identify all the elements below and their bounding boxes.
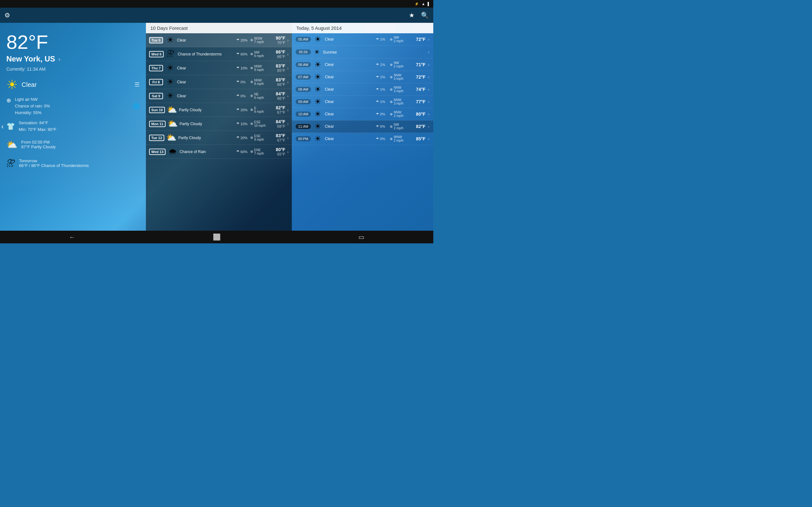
- hour-arrow: ›: [428, 37, 429, 42]
- forecast-temps: 83°F 65°F: [270, 63, 285, 73]
- sunrise-time-badge: 05:56: [296, 49, 311, 55]
- forecast-weather-icon: ☀: [165, 63, 175, 73]
- hour-rain-percent: 1%: [380, 100, 385, 104]
- forecast-day-item[interactable]: Wed 13 🌧 Chance of Rain ☂ 60% ⊕ ENE7 mp/…: [146, 145, 292, 159]
- hourly-item[interactable]: 00:PM ☀ Clear ☂ 0% ⊕ WNW2 mp/h 85°F ›: [292, 133, 433, 145]
- forecast-arrow: ›: [287, 66, 289, 71]
- wind-direction: ENE7 mp/h: [254, 148, 264, 155]
- tomorrow-forecast-text: Tomorrow 66°F / 86°F Chance of Thunderst…: [19, 158, 89, 168]
- forecast-panel-header: 10 Days Forecast: [146, 23, 292, 33]
- afternoon-forecast-line2: 87°F Partly Cloudy: [21, 145, 56, 149]
- hourly-item[interactable]: 11:AM ☀ Clear ☂ 0% ⊕ NW2 mp/h 82°F ›: [292, 120, 433, 133]
- umbrella-icon: ☂: [236, 66, 240, 70]
- condition-row: ☀ Clear ☰: [6, 77, 140, 92]
- hour-rain-percent: 0%: [380, 112, 385, 116]
- location-next-arrow[interactable]: ›: [58, 55, 61, 63]
- hour-arrow: ›: [428, 74, 429, 79]
- hour-arrow: ›: [428, 87, 429, 92]
- left-nav-arrow[interactable]: ‹: [1, 123, 3, 131]
- forecast-day-item[interactable]: Thu 7 ☀ Clear ☂ 10% ⊕ NNW9 mp/h 83°F 65°…: [146, 61, 292, 75]
- bluetooth-icon: ⚡: [415, 2, 419, 6]
- wind-compass-icon: ⊕: [250, 66, 253, 70]
- hour-arrow: ›: [428, 112, 429, 117]
- wind-direction: WSW7 mp/h: [254, 37, 264, 44]
- forecast-low: 66°F: [270, 96, 285, 101]
- forecast-day-item[interactable]: Sat 9 ☀ Clear ☂ 0% ⊕ NE6 mp/h 84°F 66°F …: [146, 89, 292, 103]
- forecast-rain: ☂ 20%: [236, 38, 248, 42]
- hour-wind: ⊕ NW2 mp/h: [390, 123, 409, 130]
- rain-percent: 10%: [241, 66, 247, 70]
- umbrella-icon: ☂: [236, 80, 240, 84]
- sunrise-arrow: ›: [428, 49, 429, 55]
- hour-weather-icon: ☀: [313, 134, 322, 143]
- favorites-button[interactable]: ★: [409, 11, 415, 19]
- home-button[interactable]: ⬜: [203, 232, 230, 242]
- wind-direction: NW6 mp/h: [254, 51, 264, 58]
- forecast-description: Chance of Rain: [180, 150, 235, 154]
- hour-temperature: 72°F: [411, 74, 425, 79]
- forecast-day-item[interactable]: Sun 10 ⛅ Partly Cloudy ☂ 20% ⊕ E8 mp/h 8…: [146, 103, 292, 117]
- forecast-description: Clear: [177, 80, 235, 84]
- forecast-high: 83°F: [270, 133, 285, 138]
- umbrella-icon: ☂: [236, 122, 240, 126]
- day-badge: Sun 10: [149, 107, 165, 113]
- forecast-day-item[interactable]: Tue 12 ⛅ Partly Cloudy ☂ 20% ⊕ ESE9 mp/h…: [146, 131, 292, 145]
- forecast-description: Clear: [177, 66, 235, 70]
- hourly-item[interactable]: 10:AM ☀ Clear ☂ 0% ⊕ NNW2 mp/h 80°F ›: [292, 108, 433, 120]
- forecast-arrow: ›: [287, 38, 289, 43]
- hour-umbrella-icon: ☂: [376, 63, 379, 67]
- sunrise-label: Sunrise: [323, 50, 337, 55]
- hour-wind: ⊕ NNW2 mp/h: [390, 111, 409, 118]
- forecast-description: Clear: [177, 38, 235, 43]
- forecast-rain: ☂ 10%: [236, 122, 248, 126]
- forecast-high: 80°F: [270, 147, 285, 152]
- compass-icon: ⊕: [6, 97, 11, 104]
- hourly-item[interactable]: 08:AM ☀ Clear ☂ 1% ⊕ NNW3 mp/h 74°F ›: [292, 83, 433, 96]
- hourly-item[interactable]: 06:AM ☀ Clear ☂ 1% ⊕ NW2 mp/h 71°F ›: [292, 59, 433, 71]
- forecast-description: Partly Cloudy: [179, 108, 235, 112]
- afternoon-forecast-text: From 02:00 PM 87°F Partly Cloudy: [21, 140, 56, 149]
- hour-badge: 07:AM: [296, 74, 311, 79]
- day-badge: Mon 11: [149, 121, 165, 127]
- hour-wind-info: WNW2 mp/h: [394, 135, 403, 142]
- right-panel: Today, 5 August 2014 05:AM ☀ Clear ☂ 1% …: [292, 23, 433, 231]
- forecast-arrow: ›: [287, 121, 289, 126]
- forecast-day-item[interactable]: Tue 5 ☀ Clear ☂ 20% ⊕ WSW7 mp/h 90°F 70°…: [146, 33, 292, 47]
- wind-compass-icon: ⊕: [250, 122, 253, 126]
- forecast-high: 83°F: [270, 63, 285, 68]
- globe-icon[interactable]: 🌐: [133, 103, 140, 110]
- search-button[interactable]: 🔍: [421, 11, 429, 19]
- wind-compass-icon: ⊕: [250, 108, 253, 112]
- wind-detail-row: ⊕ Light air NW Chance of rain: 0% Humidi…: [6, 96, 140, 116]
- hour-arrow: ›: [428, 136, 429, 141]
- forecast-day-item[interactable]: Mon 11 ⛅ Partly Cloudy ☂ 10% ⊕ ESE10 mp/…: [146, 117, 292, 131]
- forecast-day-item[interactable]: Wed 6 ⛈ Chance of Thunderstorms ☂ 60% ⊕ …: [146, 47, 292, 61]
- tomorrow-forecast-icon: ⛈: [6, 158, 15, 169]
- left-panel: 82°F New York, US › Currently: 11:34 AM …: [0, 23, 146, 231]
- action-bar-left: ⚙: [4, 11, 10, 19]
- forecast-day-item[interactable]: Fri 8 ☀ Clear ☂ 0% ⊕ NNW8 mp/h 83°F 66°F…: [146, 75, 292, 89]
- hourly-item[interactable]: 05:AM ☀ Clear ☂ 1% ⊕ NW2 mp/h 72°F ›: [292, 33, 433, 46]
- hourly-item[interactable]: 09:AM ☀ Clear ☂ 1% ⊕ NNW3 mp/h 77°F ›: [292, 96, 433, 108]
- forecast-low: 67°F: [270, 110, 285, 115]
- umbrella-icon: ☂: [236, 150, 240, 154]
- rain-percent: 60%: [241, 150, 247, 154]
- back-button[interactable]: ←: [59, 232, 85, 242]
- settings-button[interactable]: ⚙: [4, 11, 10, 19]
- tshirt-icon: 👕: [6, 122, 15, 130]
- tomorrow-forecast-line1: Tomorrow: [19, 158, 89, 163]
- hourly-item[interactable]: 07:AM ☀ Clear ☂ 1% ⊕ NNW3 mp/h 72°F ›: [292, 71, 433, 83]
- afternoon-forecast-icon: ⛅: [6, 139, 17, 150]
- hour-rain-percent: 1%: [380, 38, 385, 41]
- forecast-wind: ⊕ NE6 mp/h: [250, 93, 268, 100]
- forecast-weather-icon: ⛅: [166, 133, 176, 143]
- hour-compass-icon: ⊕: [390, 124, 393, 129]
- hour-badge: 10:AM: [296, 112, 311, 117]
- location-name: New York, US: [6, 55, 55, 63]
- forecast-high: 84°F: [270, 119, 285, 124]
- hour-compass-icon: ⊕: [390, 112, 393, 116]
- recents-button[interactable]: ▭: [349, 232, 374, 242]
- hour-wind-info: NNW3 mp/h: [394, 98, 403, 105]
- hour-wind-info: NW2 mp/h: [394, 61, 403, 68]
- notes-icon[interactable]: ☰: [135, 81, 140, 88]
